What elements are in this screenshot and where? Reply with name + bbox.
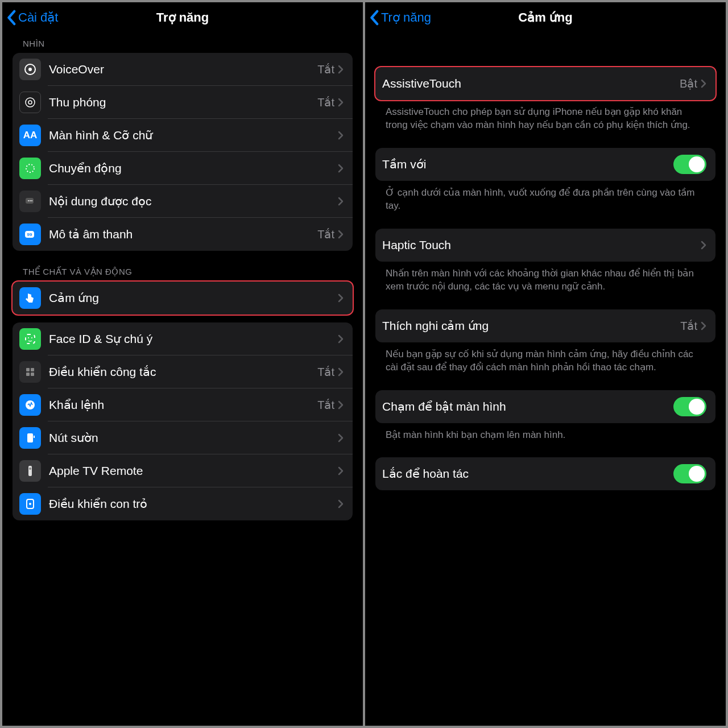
row-label: Lắc để hoàn tác: [382, 467, 673, 481]
row-label: Apple TV Remote: [49, 464, 338, 478]
switch-control-icon: [19, 361, 41, 383]
tapwake-toggle[interactable]: [673, 397, 706, 416]
appletv-remote-icon: [19, 460, 41, 482]
svg-point-13: [31, 337, 32, 338]
faceid-icon: [19, 328, 41, 350]
row-value: Tắt: [317, 365, 334, 379]
svg-point-3: [28, 101, 32, 104]
chevron-right-icon: [338, 230, 344, 239]
voice-control-icon: [19, 394, 41, 416]
side-button-icon: [19, 427, 41, 449]
row-switch[interactable]: Điều khiển công tắc Tắt: [13, 355, 353, 388]
svg-point-24: [29, 503, 31, 505]
scroll-content[interactable]: NHÌN VoiceOver Tắt Thu phóng Tắt AA: [2, 33, 363, 726]
row-appletv[interactable]: Apple TV Remote: [13, 454, 353, 487]
row-reachability[interactable]: Tầm với: [375, 148, 715, 181]
chevron-right-icon: [701, 241, 706, 250]
row-label: Điều khiển công tắc: [49, 365, 317, 379]
row-audiodesc[interactable]: 99 Mô tả âm thanh Tắt: [13, 218, 353, 251]
row-label: Nút sườn: [49, 431, 338, 445]
svg-point-12: [28, 337, 29, 338]
tapwake-group: Chạm để bật màn hình: [375, 390, 715, 423]
accessibility-screen: Cài đặt Trợ năng NHÌN VoiceOver Tắt Thu …: [2, 2, 363, 726]
row-label: Thu phóng: [49, 96, 317, 109]
svg-rect-15: [31, 368, 34, 371]
row-sidebutton[interactable]: Nút sườn: [13, 421, 353, 454]
row-label: Mô tả âm thanh: [49, 228, 317, 241]
row-label: Chuyển động: [49, 162, 338, 175]
zoom-icon: [19, 92, 41, 113]
chevron-right-icon: [338, 466, 344, 475]
row-label: Khẩu lệnh: [49, 398, 317, 412]
row-accommodations[interactable]: Thích nghi cảm ứng Tắt: [375, 309, 715, 342]
row-value: Tắt: [317, 228, 334, 241]
svg-rect-17: [31, 373, 34, 376]
haptic-description: Nhấn trên màn hình với các khoảng thời g…: [375, 262, 715, 293]
row-haptic[interactable]: Haptic Touch: [375, 229, 715, 262]
chevron-right-icon: [701, 79, 706, 88]
row-label: VoiceOver: [49, 63, 317, 76]
row-label: Nội dung được đọc: [49, 195, 338, 208]
back-button[interactable]: Cài đặt: [7, 10, 58, 26]
reachability-description: Ở cạnh dưới của màn hình, vuốt xuống để …: [375, 181, 715, 213]
row-motion[interactable]: Chuyển động: [13, 152, 353, 185]
spoken-icon: [19, 191, 41, 212]
row-pointer[interactable]: Điều khiển con trỏ: [13, 487, 353, 520]
row-voiceover[interactable]: VoiceOver Tắt: [13, 53, 353, 86]
assistivetouch-description: AssistiveTouch cho phép bạn sử dụng iPho…: [375, 100, 715, 132]
row-value: Tắt: [317, 96, 334, 109]
chevron-left-icon: [370, 10, 380, 26]
motion-icon: [19, 158, 41, 179]
svg-point-6: [28, 200, 29, 201]
row-zoom[interactable]: Thu phóng Tắt: [13, 86, 353, 119]
back-button[interactable]: Trợ năng: [370, 10, 431, 26]
display-icon: AA: [19, 125, 41, 146]
chevron-right-icon: [701, 321, 706, 330]
chevron-right-icon: [338, 293, 344, 303]
chevron-left-icon: [7, 10, 17, 26]
voiceover-icon: [19, 59, 41, 80]
shake-toggle[interactable]: [673, 464, 706, 483]
row-label: Thích nghi cảm ứng: [382, 319, 680, 333]
assistivetouch-group-highlighted: AssistiveTouch Bật: [374, 66, 717, 101]
nav-bar: Cài đặt Trợ năng: [2, 2, 363, 33]
row-value: Tắt: [317, 63, 334, 76]
accommodations-group: Thích nghi cảm ứng Tắt: [375, 309, 715, 342]
svg-point-22: [29, 468, 31, 470]
svg-rect-19: [27, 433, 33, 442]
svg-rect-21: [28, 466, 32, 476]
row-display[interactable]: AA Màn hình & Cỡ chữ: [13, 119, 353, 152]
chevron-right-icon: [338, 334, 344, 344]
back-label: Cài đặt: [18, 10, 58, 25]
svg-rect-20: [34, 436, 35, 438]
scroll-content[interactable]: AssistiveTouch Bật AssistiveTouch cho ph…: [365, 33, 726, 726]
svg-point-4: [26, 164, 34, 172]
row-label: Face ID & Sự chú ý: [49, 332, 338, 346]
touch-group-highlighted: Cảm ứng: [11, 280, 354, 316]
chevron-right-icon: [338, 131, 344, 140]
row-label: Chạm để bật màn hình: [382, 400, 673, 413]
row-faceid[interactable]: Face ID & Sự chú ý: [13, 322, 353, 355]
chevron-right-icon: [338, 433, 344, 442]
row-assistivetouch[interactable]: AssistiveTouch Bật: [375, 67, 715, 100]
row-voicecontrol[interactable]: Khẩu lệnh Tắt: [13, 388, 353, 421]
row-label: Cảm ứng: [49, 291, 338, 305]
physical-group: Face ID & Sự chú ý Điều khiển công tắc T…: [13, 322, 353, 520]
section-header-physical: THỂ CHẤT VÀ VẬN ĐỘNG: [13, 251, 353, 282]
section-header-vision: NHÌN: [13, 33, 353, 53]
svg-rect-14: [26, 368, 30, 371]
row-label: Tầm với: [382, 158, 673, 171]
row-label: AssistiveTouch: [382, 77, 680, 90]
chevron-right-icon: [338, 65, 344, 74]
row-shake[interactable]: Lắc để hoàn tác: [375, 457, 715, 490]
svg-rect-11: [26, 334, 35, 344]
row-spoken[interactable]: Nội dung được đọc: [13, 185, 353, 218]
accommodations-description: Nếu bạn gặp sự cố khi sử dụng màn hình c…: [375, 342, 715, 374]
row-value: Bật: [680, 77, 697, 90]
row-tapwake[interactable]: Chạm để bật màn hình: [375, 390, 715, 423]
reachability-toggle[interactable]: [673, 155, 706, 174]
chevron-right-icon: [338, 197, 344, 206]
shake-group: Lắc để hoàn tác: [375, 457, 715, 490]
row-touch[interactable]: Cảm ứng: [13, 282, 353, 315]
touch-icon: [19, 287, 41, 309]
